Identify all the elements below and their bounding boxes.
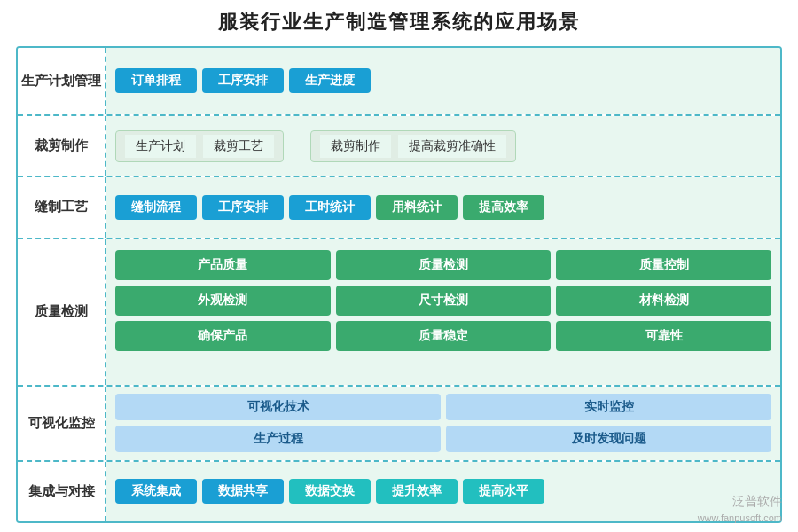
watermark: 泛普软件 www.fanpusoft.com [698, 492, 782, 526]
btn-improve-level[interactable]: 提高水平 [463, 479, 544, 504]
btn-material-stats[interactable]: 用料统计 [376, 195, 458, 220]
label-monitor: 可视化监控 [18, 387, 106, 459]
content-production-plan: 订单排程 工序安排 生产进度 [106, 48, 780, 114]
cutting-text-3: 裁剪制作 [320, 135, 391, 158]
btn-sewing-flow[interactable]: 缝制流程 [115, 195, 197, 220]
cutting-group2: 裁剪制作 提高裁剪准确性 [310, 130, 516, 162]
btn-work-hours[interactable]: 工时统计 [289, 195, 371, 220]
btn-size-detect[interactable]: 尺寸检测 [336, 286, 552, 316]
cutting-groups: 生产计划 裁剪工艺 裁剪制作 提高裁剪准确性 [115, 130, 516, 162]
label-sewing: 缝制工艺 [18, 177, 106, 237]
btn-data-exchange[interactable]: 数据交换 [289, 479, 371, 504]
btn-ensure-product[interactable]: 确保产品 [115, 321, 331, 351]
quality-grid: 产品质量 质量检测 质量控制 外观检测 尺寸检测 材料检测 确保产品 质量稳定 … [115, 246, 771, 355]
row-monitor: 可视化监控 可视化技术 实时监控 生产过程 及时发现问题 [18, 387, 780, 461]
row-integration: 集成与对接 系统集成 数据共享 数据交换 提升效率 提高水平 [18, 462, 780, 521]
page-title: 服装行业生产制造管理系统的应用场景 [16, 9, 782, 35]
btn-sewing-process[interactable]: 工序安排 [202, 195, 284, 220]
monitor-grid: 可视化技术 实时监控 生产过程 及时发现问题 [115, 394, 771, 452]
watermark-company: 泛普软件 [698, 492, 782, 511]
btn-quality-detect[interactable]: 质量检测 [336, 250, 552, 280]
btn-production-progress[interactable]: 生产进度 [289, 68, 371, 93]
cutting-text-4: 提高裁剪准确性 [398, 135, 506, 158]
label-integration: 集成与对接 [18, 462, 106, 521]
cutting-text-1: 生产计划 [125, 135, 196, 158]
row-sewing: 缝制工艺 缝制流程 工序安排 工时统计 用料统计 提高效率 [18, 177, 780, 239]
content-quality: 产品质量 质量检测 质量控制 外观检测 尺寸检测 材料检测 确保产品 质量稳定 … [106, 239, 780, 386]
row-production-plan: 生产计划管理 订单排程 工序安排 生产进度 [18, 48, 780, 116]
row-cutting: 裁剪制作 生产计划 裁剪工艺 裁剪制作 提高裁剪准确性 [18, 116, 780, 177]
cutting-group1: 生产计划 裁剪工艺 [115, 130, 284, 162]
row-quality: 质量检测 产品质量 质量检测 质量控制 外观检测 尺寸检测 材料检测 确保产品 … [18, 239, 780, 387]
sewing-buttons: 缝制流程 工序安排 工时统计 用料统计 提高效率 [115, 195, 544, 220]
monitor-item-4[interactable]: 及时发现问题 [446, 426, 771, 452]
label-production-plan: 生产计划管理 [18, 48, 106, 114]
btn-order-schedule[interactable]: 订单排程 [115, 68, 197, 93]
btn-reliability[interactable]: 可靠性 [556, 321, 771, 351]
watermark-url: www.fanpusoft.com [698, 511, 782, 526]
btn-material-detect[interactable]: 材料检测 [556, 286, 771, 316]
btn-appearance-detect[interactable]: 外观检测 [115, 286, 331, 316]
btn-quality-stable[interactable]: 质量稳定 [336, 321, 552, 351]
cutting-text-2: 裁剪工艺 [203, 135, 274, 158]
btn-improve-eff[interactable]: 提升效率 [376, 479, 458, 504]
btn-product-quality[interactable]: 产品质量 [115, 250, 331, 280]
label-quality: 质量检测 [18, 239, 106, 386]
content-monitor: 可视化技术 实时监控 生产过程 及时发现问题 [106, 387, 780, 459]
monitor-item-2[interactable]: 实时监控 [446, 394, 771, 420]
monitor-item-1[interactable]: 可视化技术 [115, 394, 441, 420]
content-integration: 系统集成 数据共享 数据交换 提升效率 提高水平 [106, 462, 780, 521]
content-cutting: 生产计划 裁剪工艺 裁剪制作 提高裁剪准确性 [106, 116, 780, 176]
monitor-item-3[interactable]: 生产过程 [115, 426, 441, 452]
btn-improve-efficiency[interactable]: 提高效率 [463, 195, 544, 220]
btn-quality-control[interactable]: 质量控制 [556, 250, 771, 280]
btn-data-share[interactable]: 数据共享 [202, 479, 284, 504]
label-cutting: 裁剪制作 [18, 116, 106, 176]
content-sewing: 缝制流程 工序安排 工时统计 用料统计 提高效率 [106, 177, 780, 237]
btn-system-integration[interactable]: 系统集成 [115, 479, 197, 504]
main-table: 生产计划管理 订单排程 工序安排 生产进度 裁剪制作 生产计划 裁剪工艺 裁剪制… [16, 46, 782, 523]
btn-process-arrange[interactable]: 工序安排 [202, 68, 284, 93]
integration-buttons: 系统集成 数据共享 数据交换 提升效率 提高水平 [115, 479, 544, 504]
